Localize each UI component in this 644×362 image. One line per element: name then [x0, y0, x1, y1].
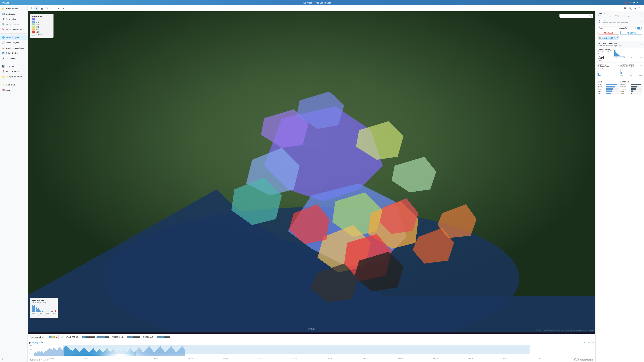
reset-tool-btn[interactable]: ↺	[51, 6, 56, 10]
sidebar-item-new-project[interactable]: ➕ New project	[0, 16, 28, 22]
svg-rect-2	[28, 11, 244, 137]
legend-item-0: ≤ 0	[32, 18, 52, 20]
sidebar: 📁 Active project 🔄 Switch project ➕ New …	[0, 5, 28, 137]
lightning-icon: ⚡	[2, 83, 5, 86]
legend-label-5: ≥ 70.2	[36, 31, 40, 33]
toolbar-sep-1	[50, 7, 50, 10]
sidebar-item-visual-analytics[interactable]: 🌐 Visual analytics	[0, 35, 28, 40]
sidebar-item-trend-analytics[interactable]: 📈 Trend analytics	[0, 40, 28, 45]
layers-icon: 🗂️	[2, 75, 5, 78]
legend-label-6: No value	[36, 34, 42, 35]
sidebar-item-project-bookmarks[interactable]: 🔖 Project bookmarks	[0, 27, 28, 32]
legend-color-0	[32, 18, 35, 20]
sidebar-section-project: 📁 Active project 🔄 Switch project ➕ New …	[0, 5, 28, 33]
legend-label-3: 42.1	[36, 26, 39, 28]
legend-label-4: 56.2	[36, 29, 39, 30]
sidebar-item-origin-destination[interactable]: 🗺️ Origin destination	[0, 50, 28, 56]
book-icon: 📚	[2, 89, 5, 91]
sidebar-item-quickstart[interactable]: ⚡ Quickstart	[0, 82, 28, 87]
sidebar-item-project-settings[interactable]: ⚙️ Project settings	[0, 22, 28, 27]
toolbar: ✛ ↖ ▣ ⬡ ↺ ↩ ↪ ☰ 🔍 + ⛶	[28, 5, 244, 11]
grid-icon: ⊞	[2, 57, 5, 59]
sidebar-divider-2	[0, 62, 28, 62]
legend-color-4	[32, 28, 35, 30]
undo-tool-btn[interactable]: ↩	[56, 6, 61, 10]
folder-icon: 📁	[2, 7, 5, 10]
sidebar-section-data: 🗄️ Data sets 📍 Areas of interest 🗂️ Back…	[0, 63, 28, 80]
legend-color-6	[32, 33, 35, 35]
sidebar-item-switch-project[interactable]: 🔄 Switch project	[0, 11, 28, 16]
select-tool-btn[interactable]: ↖	[34, 6, 39, 10]
map-canvas[interactable]: xyzt.ai © xyzt.ai © MapBox © OpenStreetM…	[28, 11, 244, 137]
bar-chart-icon: 📊	[2, 46, 5, 49]
sidebar-item-data-sets[interactable]: 🗄️ Data sets	[0, 64, 28, 69]
redo-tool-btn[interactable]: ↪	[62, 6, 66, 10]
sidebar-section-analytics: 🌐 Visual analytics 📈 Trend analytics 📊 D…	[0, 34, 28, 61]
legend-item-2: 28.1	[32, 23, 52, 25]
sidebar-item-active-project[interactable]: 📁 Active project	[0, 6, 28, 11]
sidebar-item-distribution-analytics[interactable]: 📊 Distribution analytics	[0, 45, 28, 50]
sidebar-section-help: ⚡ Quickstart 📚 Learn	[0, 81, 28, 93]
legend-color-3	[32, 26, 35, 28]
add-icon: ➕	[2, 18, 5, 20]
bookmark2-icon: 🔖	[2, 28, 5, 31]
legend-item-4: 56.2	[32, 28, 52, 30]
pin-icon: 📍	[2, 70, 5, 73]
add-tool-btn[interactable]: ✛	[29, 6, 34, 10]
polygon-tool-btn[interactable]: ⬡	[44, 6, 49, 10]
rectangle-tool-btn[interactable]: ▣	[40, 6, 44, 10]
sidebar-item-dashboard[interactable]: ⊞ Dashboard	[0, 56, 28, 61]
gear-icon: ⚙️	[2, 23, 5, 25]
legend-label-2: 28.1	[36, 24, 39, 25]
legend-color-5	[32, 31, 35, 33]
logo: xyzt.ai	[2, 1, 9, 4]
trend-icon: 📈	[2, 41, 5, 44]
legend-item-1: 14.0	[32, 21, 52, 23]
map-icon: 🗺️	[2, 52, 5, 54]
sidebar-item-areas-of-interest[interactable]: 📍 Areas of interest	[0, 69, 28, 74]
globe-icon: 🌐	[2, 36, 5, 39]
sidebar-item-background-layers[interactable]: 🗂️ Background layers	[0, 74, 28, 79]
legend-label-0: ≤ 0	[36, 18, 38, 20]
legend-item-5: ≥ 70.2	[32, 31, 52, 33]
legend-item-6: No value	[32, 33, 52, 35]
topbar: xyzt.ai Taxi Areas - Time Series Data 🔖 …	[0, 0, 244, 5]
legend-color-2	[32, 23, 35, 25]
sidebar-item-learn[interactable]: 📚 Learn	[0, 87, 28, 92]
legend-color-1	[32, 21, 35, 23]
legend-item-3: 42.1	[32, 26, 52, 28]
sidebar-divider-1	[0, 33, 28, 33]
switch-icon: 🔄	[2, 12, 5, 15]
legend-title: average fair	[32, 15, 52, 17]
legend: average fair ≤ 0 14.0 28.1 42.1 56.2	[30, 14, 54, 38]
legend-label-1: 14.0	[36, 21, 39, 23]
map-area[interactable]: xyzt.ai © xyzt.ai © MapBox © OpenStreetM…	[28, 11, 244, 137]
map-svg	[28, 11, 244, 137]
database-icon: 🗄️	[2, 65, 5, 67]
